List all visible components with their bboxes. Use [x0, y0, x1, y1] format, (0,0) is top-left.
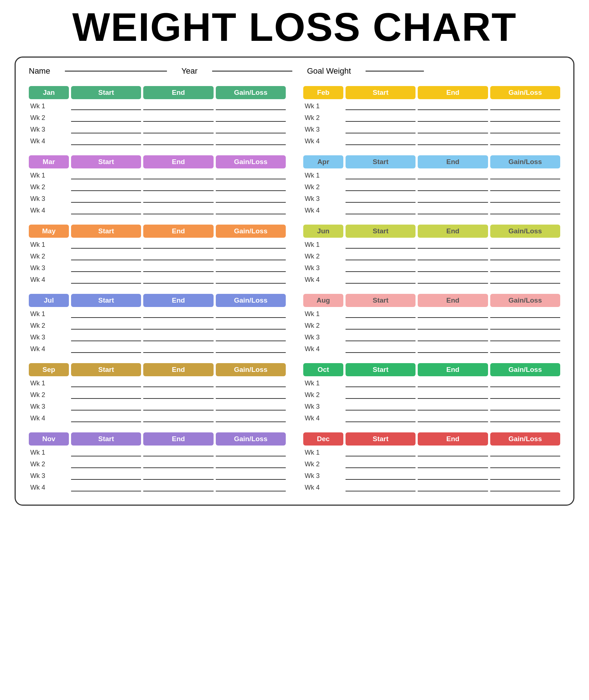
- wk-input-feb-0-1[interactable]: [418, 102, 488, 110]
- wk-input-sep-0-0[interactable]: [71, 379, 141, 387]
- wk-input-jun-0-2[interactable]: [490, 241, 560, 249]
- wk-input-may-3-2[interactable]: [216, 276, 286, 284]
- wk-input-oct-2-2[interactable]: [490, 402, 560, 411]
- wk-input-apr-2-2[interactable]: [490, 195, 560, 203]
- wk-input-jun-0-0[interactable]: [346, 241, 416, 249]
- wk-input-nov-3-2[interactable]: [216, 483, 286, 491]
- wk-input-jan-0-2[interactable]: [216, 102, 286, 110]
- wk-input-oct-1-0[interactable]: [346, 391, 416, 399]
- wk-input-feb-3-1[interactable]: [418, 137, 488, 145]
- wk-input-aug-2-1[interactable]: [418, 333, 488, 341]
- wk-input-sep-2-1[interactable]: [143, 402, 213, 411]
- wk-input-apr-0-1[interactable]: [418, 171, 488, 179]
- wk-input-may-0-2[interactable]: [216, 241, 286, 249]
- wk-input-apr-0-2[interactable]: [490, 171, 560, 179]
- wk-input-jun-2-2[interactable]: [490, 264, 560, 272]
- wk-input-mar-1-1[interactable]: [143, 183, 213, 191]
- wk-input-may-1-0[interactable]: [71, 252, 141, 260]
- wk-input-sep-2-2[interactable]: [216, 402, 286, 411]
- wk-input-feb-2-0[interactable]: [346, 125, 416, 133]
- wk-input-jul-0-2[interactable]: [216, 310, 286, 318]
- wk-input-jan-2-0[interactable]: [71, 125, 141, 133]
- wk-input-nov-1-0[interactable]: [71, 460, 141, 468]
- wk-input-sep-0-2[interactable]: [216, 379, 286, 387]
- wk-input-jun-0-1[interactable]: [418, 241, 488, 249]
- wk-input-jul-1-0[interactable]: [71, 322, 141, 330]
- wk-input-feb-1-1[interactable]: [418, 114, 488, 122]
- wk-input-mar-3-1[interactable]: [143, 206, 213, 214]
- wk-input-jun-1-0[interactable]: [346, 252, 416, 260]
- wk-input-jun-2-0[interactable]: [346, 264, 416, 272]
- wk-input-nov-2-1[interactable]: [143, 472, 213, 480]
- wk-input-feb-2-1[interactable]: [418, 125, 488, 133]
- wk-input-oct-2-1[interactable]: [418, 402, 488, 411]
- wk-input-apr-3-1[interactable]: [418, 206, 488, 214]
- wk-input-nov-1-2[interactable]: [216, 460, 286, 468]
- wk-input-apr-0-0[interactable]: [346, 171, 416, 179]
- wk-input-aug-0-2[interactable]: [490, 310, 560, 318]
- wk-input-jul-0-1[interactable]: [143, 310, 213, 318]
- wk-input-jul-1-1[interactable]: [143, 322, 213, 330]
- wk-input-jun-3-1[interactable]: [418, 276, 488, 284]
- wk-input-jul-2-1[interactable]: [143, 333, 213, 341]
- wk-input-mar-2-2[interactable]: [216, 195, 286, 203]
- wk-input-dec-3-0[interactable]: [346, 483, 416, 491]
- wk-input-dec-3-1[interactable]: [418, 483, 488, 491]
- wk-input-jun-1-1[interactable]: [418, 252, 488, 260]
- wk-input-may-3-1[interactable]: [143, 276, 213, 284]
- wk-input-jul-3-1[interactable]: [143, 345, 213, 353]
- wk-input-oct-3-0[interactable]: [346, 414, 416, 422]
- wk-input-dec-2-2[interactable]: [490, 472, 560, 480]
- wk-input-jan-1-0[interactable]: [71, 114, 141, 122]
- wk-input-sep-1-2[interactable]: [216, 391, 286, 399]
- wk-input-mar-1-0[interactable]: [71, 183, 141, 191]
- wk-input-nov-2-2[interactable]: [216, 472, 286, 480]
- wk-input-aug-1-0[interactable]: [346, 322, 416, 330]
- wk-input-apr-1-1[interactable]: [418, 183, 488, 191]
- wk-input-sep-3-0[interactable]: [71, 414, 141, 422]
- wk-input-oct-1-2[interactable]: [490, 391, 560, 399]
- wk-input-jun-2-1[interactable]: [418, 264, 488, 272]
- goal-field[interactable]: [366, 71, 424, 71]
- wk-input-jul-2-0[interactable]: [71, 333, 141, 341]
- wk-input-feb-2-2[interactable]: [490, 125, 560, 133]
- wk-input-oct-3-2[interactable]: [490, 414, 560, 422]
- wk-input-may-3-0[interactable]: [71, 276, 141, 284]
- wk-input-may-1-1[interactable]: [143, 252, 213, 260]
- wk-input-sep-1-0[interactable]: [71, 391, 141, 399]
- wk-input-sep-3-1[interactable]: [143, 414, 213, 422]
- wk-input-jun-3-2[interactable]: [490, 276, 560, 284]
- wk-input-aug-1-1[interactable]: [418, 322, 488, 330]
- wk-input-aug-2-2[interactable]: [490, 333, 560, 341]
- wk-input-mar-2-0[interactable]: [71, 195, 141, 203]
- wk-input-aug-3-0[interactable]: [346, 345, 416, 353]
- wk-input-aug-0-1[interactable]: [418, 310, 488, 318]
- wk-input-dec-2-1[interactable]: [418, 472, 488, 480]
- wk-input-may-2-2[interactable]: [216, 264, 286, 272]
- wk-input-jul-3-2[interactable]: [216, 345, 286, 353]
- wk-input-dec-1-0[interactable]: [346, 460, 416, 468]
- wk-input-dec-1-1[interactable]: [418, 460, 488, 468]
- wk-input-nov-2-0[interactable]: [71, 472, 141, 480]
- wk-input-nov-3-1[interactable]: [143, 483, 213, 491]
- wk-input-mar-0-1[interactable]: [143, 171, 213, 179]
- wk-input-may-0-1[interactable]: [143, 241, 213, 249]
- wk-input-jan-3-2[interactable]: [216, 137, 286, 145]
- wk-input-mar-1-2[interactable]: [216, 183, 286, 191]
- wk-input-oct-0-1[interactable]: [418, 379, 488, 387]
- wk-input-feb-0-2[interactable]: [490, 102, 560, 110]
- wk-input-oct-3-1[interactable]: [418, 414, 488, 422]
- wk-input-aug-2-0[interactable]: [346, 333, 416, 341]
- wk-input-nov-1-1[interactable]: [143, 460, 213, 468]
- wk-input-may-0-0[interactable]: [71, 241, 141, 249]
- wk-input-nov-0-2[interactable]: [216, 448, 286, 456]
- wk-input-dec-1-2[interactable]: [490, 460, 560, 468]
- name-field[interactable]: [65, 71, 167, 71]
- wk-input-nov-3-0[interactable]: [71, 483, 141, 491]
- wk-input-aug-1-2[interactable]: [490, 322, 560, 330]
- wk-input-oct-0-0[interactable]: [346, 379, 416, 387]
- wk-input-apr-3-2[interactable]: [490, 206, 560, 214]
- wk-input-jan-3-0[interactable]: [71, 137, 141, 145]
- wk-input-may-2-1[interactable]: [143, 264, 213, 272]
- wk-input-jan-0-0[interactable]: [71, 102, 141, 110]
